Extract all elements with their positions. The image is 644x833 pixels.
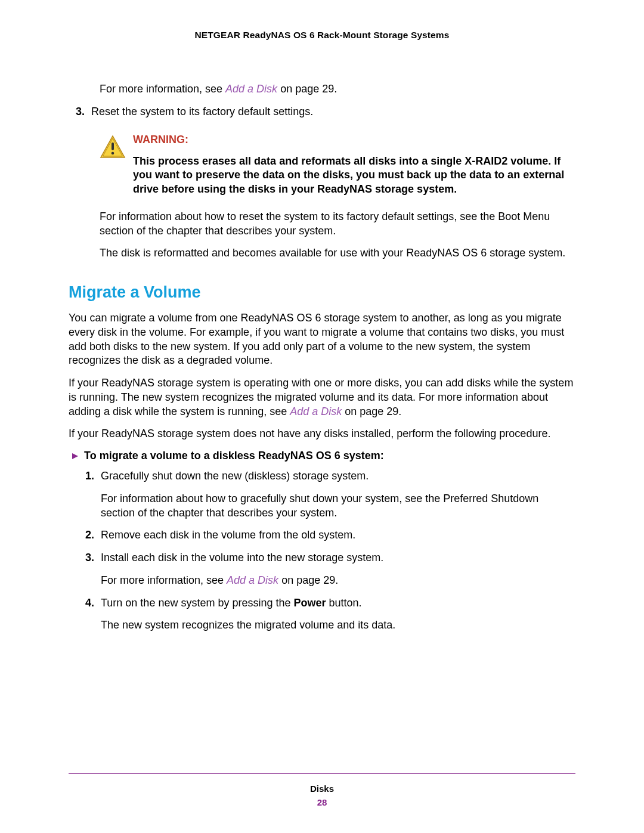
- paragraph: For information about how to reset the s…: [100, 210, 575, 239]
- text: For more information, see: [100, 83, 225, 95]
- paragraph: You can migrate a volume from one ReadyN…: [69, 311, 575, 368]
- ordered-list-item: 1. Gracefully shut down the new (diskles…: [85, 469, 575, 520]
- text-bold: Power: [294, 597, 326, 609]
- text: The new system recognizes the migrated v…: [101, 618, 575, 633]
- footer-page-number: 28: [69, 796, 575, 810]
- list-number: 4.: [85, 596, 101, 633]
- warning-icon: [100, 134, 128, 197]
- footer-text: Disks 28: [69, 782, 575, 809]
- document-page: NETGEAR ReadyNAS OS 6 Rack-Mount Storage…: [0, 0, 644, 833]
- ordered-list-item: 4. Turn on the new system by pressing th…: [85, 596, 575, 633]
- list-body: Install each disk in the volume into the…: [101, 551, 575, 588]
- text: For more information, see: [101, 574, 227, 586]
- list-number: 3.: [85, 551, 101, 588]
- list-body: Turn on the new system by pressing the P…: [101, 596, 575, 633]
- text: Turn on the new system by pressing the: [101, 597, 294, 609]
- section-heading-migrate-volume: Migrate a Volume: [69, 283, 575, 302]
- warning-content: WARNING: This process erases all data an…: [128, 134, 575, 197]
- list-body: Gracefully shut down the new (diskless) …: [101, 469, 575, 520]
- ordered-list-item: 3. Reset the system to its factory defau…: [76, 105, 575, 119]
- page-header-title: NETGEAR ReadyNAS OS 6 Rack-Mount Storage…: [69, 30, 575, 41]
- text: button.: [326, 597, 362, 609]
- list-body: Remove each disk in the volume from the …: [101, 528, 575, 543]
- svg-point-3: [112, 151, 114, 154]
- list-number: 2.: [85, 528, 101, 543]
- ordered-list-item: 3. Install each disk in the volume into …: [85, 551, 575, 588]
- warning-block: WARNING: This process erases all data an…: [100, 134, 575, 197]
- warning-body: This process erases all data and reforma…: [133, 154, 575, 197]
- warning-label: WARNING:: [133, 134, 575, 146]
- footer-rule: [69, 773, 575, 774]
- text: Gracefully shut down the new (diskless) …: [101, 469, 575, 484]
- list-number: 1.: [85, 469, 101, 520]
- arrow-right-icon: [71, 452, 84, 460]
- paragraph: If your ReadyNAS storage system is opera…: [69, 376, 575, 419]
- text: Remove each disk in the volume from the …: [101, 528, 575, 543]
- svg-rect-2: [112, 143, 114, 150]
- text: For information about how to gracefully …: [101, 492, 575, 521]
- paragraph: The disk is reformatted and becomes avai…: [100, 246, 575, 261]
- info-line: For more information, see Add a Disk on …: [100, 82, 575, 97]
- link-add-a-disk[interactable]: Add a Disk: [290, 405, 342, 417]
- text: on page 29.: [277, 83, 337, 95]
- text: on page 29.: [278, 574, 338, 586]
- svg-marker-4: [72, 453, 78, 459]
- footer-section-label: Disks: [69, 782, 575, 796]
- page-footer: Disks 28: [69, 773, 575, 809]
- procedure-heading: To migrate a volume to a diskless ReadyN…: [71, 450, 575, 462]
- text: on page 29.: [342, 405, 401, 417]
- list-number: 3.: [76, 105, 91, 119]
- text: Turn on the new system by pressing the P…: [101, 596, 575, 611]
- link-add-a-disk[interactable]: Add a Disk: [225, 83, 277, 95]
- procedure-title: To migrate a volume to a diskless ReadyN…: [84, 450, 384, 462]
- text: Install each disk in the volume into the…: [101, 551, 575, 565]
- list-body: Reset the system to its factory default …: [91, 105, 575, 119]
- text: For more information, see Add a Disk on …: [101, 574, 575, 588]
- ordered-list-item: 2. Remove each disk in the volume from t…: [85, 528, 575, 543]
- link-add-a-disk[interactable]: Add a Disk: [227, 574, 278, 586]
- text: Reset the system to its factory default …: [91, 105, 575, 119]
- paragraph: If your ReadyNAS storage system does not…: [69, 427, 575, 441]
